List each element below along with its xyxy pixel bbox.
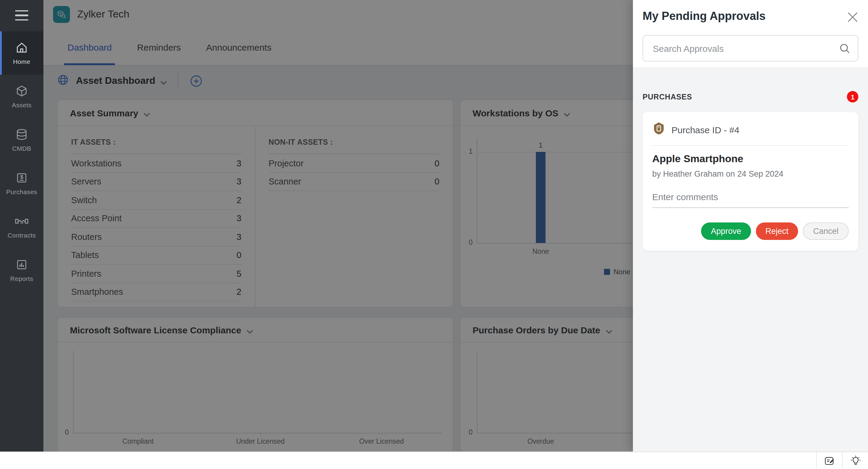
search-input[interactable]	[652, 42, 839, 54]
purchases-section-row: PURCHASES 1	[643, 91, 858, 102]
sidebar-item-cmdb[interactable]: CMDB	[0, 118, 43, 162]
approval-byline: by Heather Graham on 24 Sep 2024	[652, 169, 849, 179]
approval-item-name[interactable]: Apple Smartphone	[652, 153, 849, 165]
modal-dim-overlay	[43, 0, 633, 451]
search-icon[interactable]	[839, 42, 850, 54]
divider	[652, 145, 849, 146]
sidebar-item-label: Purchases	[6, 188, 37, 195]
sidebar-item-purchases[interactable]: $ Purchases	[0, 162, 43, 205]
pending-approvals-panel: My Pending Approvals PURCHASES 1	[633, 0, 868, 451]
sidebar: Home Assets CMDB $ Purchases	[0, 0, 43, 451]
idea-bulb-icon[interactable]	[842, 452, 868, 469]
feedback-edit-icon[interactable]	[816, 452, 842, 469]
purchase-id-row: Purchase ID - #4	[652, 122, 849, 137]
dollar-square-icon: $	[15, 171, 28, 184]
purchase-badge-icon	[652, 122, 665, 137]
panel-title: My Pending Approvals	[643, 10, 766, 23]
home-icon	[15, 41, 28, 54]
count-badge: 1	[847, 91, 858, 102]
sidebar-item-label: Reports	[10, 275, 33, 282]
reject-button[interactable]: Reject	[755, 222, 798, 240]
bottom-bar	[0, 451, 868, 469]
handshake-icon	[14, 215, 29, 228]
panel-header: My Pending Approvals	[633, 0, 868, 68]
sidebar-item-home[interactable]: Home	[0, 31, 43, 75]
close-icon[interactable]	[845, 10, 860, 24]
sidebar-item-reports[interactable]: Reports	[0, 248, 43, 292]
approve-button[interactable]: Approve	[701, 222, 751, 240]
app-root: Home Assets CMDB $ Purchases	[0, 0, 868, 469]
approval-card: Purchase ID - #4 Apple Smartphone by Hea…	[643, 112, 858, 251]
sidebar-item-label: Assets	[12, 101, 31, 108]
panel-body: PURCHASES 1 Purchase ID - #4 Apple Smart…	[633, 91, 868, 251]
hamburger-menu-icon[interactable]	[15, 10, 28, 21]
sidebar-item-label: Contracts	[7, 231, 36, 239]
sidebar-item-label: Home	[13, 58, 30, 65]
section-label: PURCHASES	[643, 93, 692, 101]
svg-text:$: $	[20, 174, 23, 180]
comments-input[interactable]	[652, 192, 849, 208]
bar-chart-square-icon	[15, 258, 28, 271]
purchase-id-label: Purchase ID - #4	[672, 124, 739, 135]
search-box	[643, 35, 858, 61]
cancel-button[interactable]: Cancel	[803, 222, 849, 240]
database-icon	[15, 128, 28, 141]
sidebar-item-label: CMDB	[12, 145, 31, 152]
sidebar-item-contracts[interactable]: Contracts	[0, 205, 43, 248]
cube-icon	[15, 84, 28, 98]
sidebar-item-assets[interactable]: Assets	[0, 75, 43, 118]
approval-actions: Approve Reject Cancel	[652, 222, 849, 240]
sidebar-nav: Home Assets CMDB $ Purchases	[0, 31, 43, 292]
